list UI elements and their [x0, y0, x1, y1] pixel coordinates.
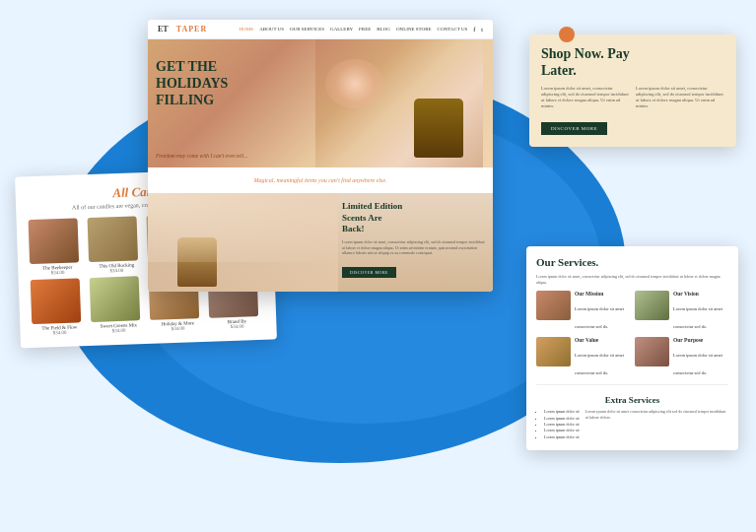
candle-image-1: [29, 218, 80, 264]
service-img-mission: [536, 291, 571, 320]
service-text-purpose: Our Purpose Lorem ipsum dolor sit amet c…: [673, 337, 728, 378]
our-services-lorem: Lorem ipsum dolor sit amet, consectetur …: [536, 274, 728, 285]
nav-home[interactable]: HOME: [239, 27, 253, 32]
extra-list-item-1: Lorem ipsum dolor sit: [544, 409, 580, 415]
extra-services-title: Extra Services: [536, 395, 728, 405]
candle-item[interactable]: This Old Rocking $34.00: [88, 216, 145, 274]
service-item-purpose: Our Purpose Lorem ipsum dolor sit amet c…: [635, 337, 728, 378]
service-desc-mission: Lorem ipsum dolor sit amet consectetur s…: [575, 306, 624, 329]
extra-list-item-4: Lorem ipsum dolor sit: [544, 428, 580, 433]
hero-background: GET THE HOLIDAYS FILLING Freedom may com…: [148, 39, 493, 167]
nav-services[interactable]: OUR SERVICES: [290, 27, 324, 32]
candle-jar: [414, 99, 463, 158]
service-title-value: Our Value: [575, 337, 630, 343]
candle-image-6: [90, 276, 141, 322]
our-services-title: Our Services.: [536, 256, 728, 268]
limited-text-block: Limited Edition Scents Are Back! Lorem i…: [342, 201, 485, 278]
service-title-mission: Our Mission: [575, 291, 630, 297]
main-nav: ET TAPER HOME ABOUT US OUR SERVICES GALL…: [148, 20, 493, 39]
panel-our-services: Our Services. Lorem ipsum dolor sit amet…: [526, 246, 738, 450]
service-item-vision: Our Vision Lorem ipsum dolor sit amet co…: [635, 291, 728, 332]
hero-photo-sim: [315, 39, 483, 167]
extra-lorem-text: Lorem ipsum dolor sit amet consectetur a…: [585, 409, 728, 440]
service-title-vision: Our Vision: [673, 291, 728, 297]
limited-line2: Scents Are: [342, 213, 382, 223]
nav-gallery[interactable]: GALLERY: [330, 27, 353, 32]
hero-line1: GET THE: [156, 59, 228, 76]
hero-tagline-area: Freedom may come with I can't even tell.…: [156, 144, 315, 162]
lower-hero-bg: [148, 193, 338, 292]
service-desc-value: Lorem ipsum dolor sit amet consectetur s…: [575, 353, 624, 375]
limited-line1: Limited Edition: [342, 201, 402, 211]
extra-list-item-5: Lorem ipsum dolor sit: [544, 434, 580, 440]
candle-image-5: [31, 278, 82, 324]
flowers-overlay: [148, 193, 338, 262]
hero-headline: GET THE HOLIDAYS FILLING: [156, 59, 228, 108]
hero-section: GET THE HOLIDAYS FILLING Freedom may com…: [148, 39, 493, 167]
candle-price-1: $34.00: [30, 269, 85, 276]
extra-services-list: Lorem ipsum dolor sit Lorem ipsum dolor …: [536, 409, 580, 440]
shop-lorem-1: Lorem ipsum dolor sit amet, consectetur …: [541, 86, 630, 110]
candle-price-2: $34.00: [89, 267, 144, 274]
service-title-purpose: Our Purpose: [673, 337, 728, 343]
logo-name: TAPER: [176, 25, 208, 33]
service-img-vision: [635, 291, 669, 320]
service-desc-vision: Lorem ipsum dolor sit amet consectetur s…: [673, 306, 722, 329]
candle-item[interactable]: The Beekeeper $34.00: [29, 218, 86, 276]
shop-now-title: Shop Now. PayLater.: [541, 46, 724, 80]
candle-price-7: $34.00: [150, 325, 205, 332]
hero-candle-area: [315, 39, 483, 167]
orange-dot-deco: [559, 27, 575, 42]
service-item-mission: Our Mission Lorem ipsum dolor sit amet c…: [536, 291, 630, 332]
nav-blog[interactable]: BLOG: [377, 27, 390, 32]
hero-subtext: Magical, meaningful items you can't find…: [158, 172, 483, 188]
candle-price-5: $34.00: [33, 329, 88, 336]
limited-edition-section: Limited Edition Scents Are Back! Lorem i…: [148, 193, 493, 292]
nav-about[interactable]: ABOUT US: [259, 27, 284, 32]
flower-deco: [325, 59, 384, 108]
limited-line3: Back!: [342, 224, 365, 233]
candle-price-8: $34.00: [209, 323, 264, 330]
service-text-mission: Our Mission Lorem ipsum dolor sit amet c…: [575, 291, 630, 332]
limited-lorem: Lorem ipsum dolor sit amet, consectetur …: [342, 239, 485, 256]
candle-item[interactable]: Sweet Greens Mix $34.00: [90, 276, 147, 334]
nav-contact[interactable]: CONTACT US: [438, 27, 468, 32]
service-item-value: Our Value Lorem ipsum dolor sit amet con…: [536, 337, 630, 378]
extra-services-section: Extra Services Lorem ipsum dolor sit Lor…: [536, 384, 728, 440]
nav-free[interactable]: FREE: [359, 27, 371, 32]
hero-tagline: Freedom may come with I can't even tell.…: [156, 153, 247, 159]
shop-discover-button[interactable]: DISCOVER MORE: [541, 122, 607, 135]
service-img-value: [536, 337, 571, 366]
candle-item[interactable]: The Field & Flow $34.00: [31, 278, 88, 336]
shop-lorem-2: Lorem ipsum dolor sit amet, consectetur …: [636, 86, 724, 110]
service-text-value: Our Value Lorem ipsum dolor sit amet con…: [575, 337, 630, 378]
hero-line2: HOLIDAYS: [156, 76, 228, 93]
nav-items: HOME ABOUT US OUR SERVICES GALLERY FREE …: [239, 27, 483, 33]
panel-shop-now: Shop Now. PayLater. Lorem ipsum dolor si…: [529, 34, 736, 147]
social-fb-icon[interactable]: f: [473, 27, 475, 33]
nav-store[interactable]: ONLINE STORE: [396, 27, 432, 32]
panel-main: ET TAPER HOME ABOUT US OUR SERVICES GALL…: [148, 20, 493, 292]
service-desc-purpose: Lorem ipsum dolor sit amet consectetur s…: [673, 353, 722, 375]
hero-line3: FILLING: [156, 93, 228, 109]
candle-image-2: [88, 216, 139, 262]
service-img-purpose: [635, 337, 669, 366]
shop-lorem-cols: Lorem ipsum dolor sit amet, consectetur …: [541, 86, 724, 110]
limited-discover-button[interactable]: DISCOVER MORE: [342, 267, 396, 278]
services-grid: Our Mission Lorem ipsum dolor sit amet c…: [536, 291, 728, 378]
service-text-vision: Our Vision Lorem ipsum dolor sit amet co…: [673, 291, 728, 332]
social-tw-icon[interactable]: t: [481, 27, 483, 33]
extra-services-content: Lorem ipsum dolor sit Lorem ipsum dolor …: [536, 409, 728, 440]
hero-subtext-area: Magical, meaningful items you can't find…: [148, 167, 493, 193]
limited-edition-title: Limited Edition Scents Are Back!: [342, 201, 485, 235]
logo-et: ET: [158, 25, 169, 33]
